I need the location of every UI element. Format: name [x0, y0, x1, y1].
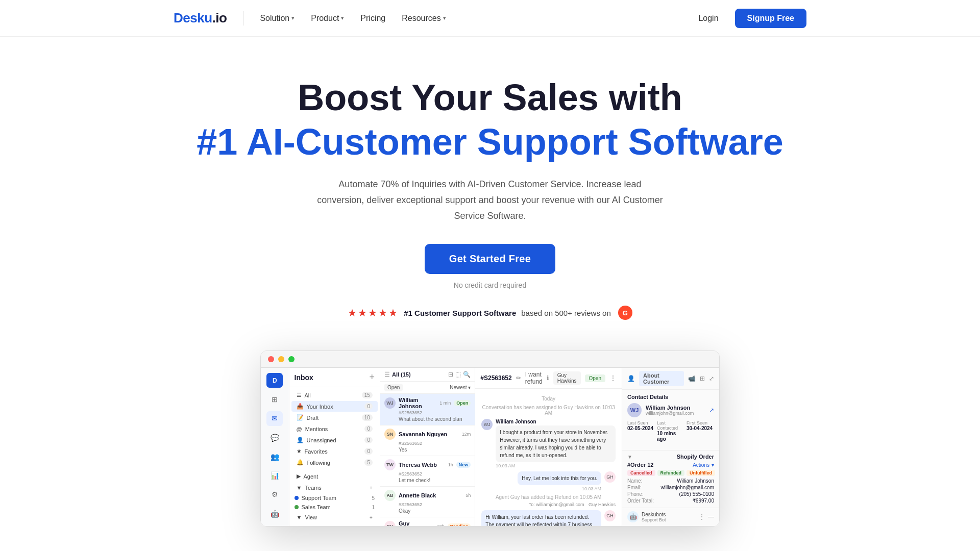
filter-row: ☰ All (15): [384, 371, 411, 378]
add-icon[interactable]: +: [369, 372, 375, 383]
sidebar-icon-bot[interactable]: 🤖: [266, 506, 283, 521]
ticket-item-3[interactable]: AB Annette Black 5h #S2563652 Okay: [380, 487, 475, 517]
bot-minimize-icon[interactable]: —: [708, 513, 714, 520]
ticket-avatar-2: TW: [384, 459, 396, 470]
hero-subtitle: Automate 70% of Inquiries with AI-Driven…: [316, 177, 664, 223]
order-detail-total: Order Total: ₹6997.00: [627, 498, 714, 504]
nav-all[interactable]: ☰ All 15: [291, 390, 378, 400]
chat-system-assign: Conversation has been assigned to Guy Ha…: [481, 405, 616, 416]
team-support[interactable]: Support Team 5: [289, 493, 380, 503]
ticket-item-1[interactable]: SN Savannah Nguyen 12m #S2563652 Yes: [380, 425, 475, 456]
nav-unassigned[interactable]: 👤 Unassigned 0: [291, 435, 378, 445]
nav-divider: [243, 11, 243, 26]
first-seen-value: 30-04-2024: [687, 425, 714, 431]
order-id: #Order 12: [627, 462, 653, 468]
team-sales[interactable]: Sales Team 1: [289, 503, 380, 512]
contact-row: WJ William Johnson williamjohn@gmail.com…: [627, 403, 714, 417]
agent-chevron-icon: ▶: [297, 473, 301, 480]
expand-icon[interactable]: ⤢: [709, 375, 714, 382]
sidebar-icon-settings[interactable]: ⚙: [266, 487, 283, 502]
filter-sort-row: Open Newest ▾: [380, 382, 475, 394]
chevron-down-icon: ▾: [443, 15, 446, 21]
nav-draft[interactable]: 📝 Draft 10: [291, 412, 378, 423]
open-filter-button[interactable]: Open: [384, 384, 403, 391]
shopify-chevron-icon: ▼: [627, 454, 632, 460]
contact-title: Contact Details: [627, 394, 714, 400]
favorites-icon: ★: [297, 448, 302, 455]
chat-message-0: WJ William Johnson I bought a product fr…: [481, 419, 616, 468]
sidebar-icon-users[interactable]: 👥: [266, 449, 283, 464]
last-contacted-label: Last Contacted: [657, 420, 684, 431]
sidebar-icon-chat[interactable]: 💬: [266, 430, 283, 445]
login-button[interactable]: Login: [690, 10, 726, 27]
nav-view[interactable]: ▼ View +: [291, 512, 378, 522]
ticket-item-4[interactable]: GH Guy Hawkins 10h Pending #S2563652: [380, 517, 475, 527]
ticket-avatar-1: SN: [384, 429, 396, 440]
ticket-badge-2: New: [456, 462, 471, 468]
view-chevron-icon: ▼: [297, 514, 302, 520]
nav-pricing[interactable]: Pricing: [360, 14, 385, 23]
view-add-icon[interactable]: +: [370, 515, 373, 520]
teams-add-icon[interactable]: +: [370, 485, 373, 491]
filter-icon[interactable]: ⊟: [448, 371, 453, 378]
signup-button[interactable]: Signup Free: [735, 9, 806, 28]
app-layout: D ⊞ ✉ 💬 👥 📊 ⚙ 🤖 Inbox + ☰: [261, 368, 719, 526]
nav-mentions[interactable]: @ Mentions 0: [291, 423, 378, 434]
review-suffix: based on 500+ reviews on: [521, 309, 611, 317]
contact-avatar: WJ: [627, 403, 642, 417]
sidebar-icon-grid[interactable]: ⊞: [266, 392, 283, 407]
bot-sub: Support Bot: [642, 517, 666, 522]
browser-dot-red: [268, 356, 274, 362]
nav-resources[interactable]: Resources ▾: [402, 14, 446, 23]
chat-system-tag: Agent Guy has added tag Refund on 10:05 …: [481, 494, 616, 500]
nav-following[interactable]: 🔔 Following 5: [291, 457, 378, 468]
search-icon[interactable]: 🔍: [463, 371, 471, 378]
contact-section: Contact Details WJ William Johnson willi…: [622, 390, 719, 450]
nav-your-inbox[interactable]: 📥 Your Inbox 0: [291, 401, 378, 412]
edit-icon[interactable]: ✏: [516, 374, 521, 382]
order-details: Name: William Johnson Email: williamjohn…: [627, 478, 714, 504]
logo[interactable]: Desku.io: [174, 10, 227, 26]
ticket-list-panel: ☰ All (15) ⊟ ⬚ 🔍 Open Newest ▾: [380, 368, 475, 526]
nav-all-chats[interactable]: For All Chats: [291, 523, 378, 527]
bot-more-icon[interactable]: ⋮: [699, 513, 705, 520]
order-badges: Cancelled Refunded Unfulfilled: [627, 470, 714, 476]
bot-row: 🤖 Deskubots Support Bot ⋮ —: [622, 508, 719, 525]
actions-button[interactable]: Actions: [693, 462, 709, 468]
order-section-title: Shopify Order: [677, 454, 714, 460]
sidebar-icon-logo[interactable]: D: [266, 373, 283, 388]
grid-icon[interactable]: ⬚: [455, 371, 461, 378]
ticket-badge-0: Open: [454, 400, 471, 406]
hero-section: Boost Your Sales with #1 AI-Customer Sup…: [0, 37, 980, 340]
about-customer-tab[interactable]: About Customer: [639, 371, 684, 386]
badge-refunded: Refunded: [657, 470, 685, 476]
review-row: ★★★★★ #1 Customer Support Software based…: [348, 306, 632, 320]
nav-teams[interactable]: ▼ Teams +: [291, 483, 378, 493]
sidebar-icon-reports[interactable]: 📊: [266, 468, 283, 483]
sidebar-icon-inbox[interactable]: ✉: [266, 411, 283, 426]
list-icon: ☰: [384, 371, 390, 378]
external-link-icon[interactable]: ↗: [709, 407, 714, 414]
nav-favorites[interactable]: ★ Favorites 0: [291, 446, 378, 457]
more-icon[interactable]: ⋮: [609, 374, 617, 382]
nav-agent[interactable]: ▶ Agent: [291, 471, 378, 482]
ticket-item-2[interactable]: TW Theresa Webb 1h New #S2563652 Let me …: [380, 456, 475, 487]
nav-product[interactable]: Product ▾: [311, 14, 344, 23]
star-rating: ★★★★★: [348, 307, 399, 319]
draft-icon: 📝: [297, 414, 304, 421]
order-header: ▼ Shopify Order: [627, 454, 714, 460]
ticket-badge-4: Pending: [448, 523, 471, 527]
right-panel: 👤 About Customer 📹 ⊞ ⤢ Contact Details W…: [622, 368, 719, 526]
nav-solution[interactable]: Solution ▾: [260, 14, 295, 23]
chat-body: Today Conversation has been assigned to …: [475, 389, 622, 526]
grid-view-icon[interactable]: ⊞: [700, 375, 705, 382]
chevron-down-icon: ▾: [341, 15, 344, 21]
sort-button[interactable]: Newest ▾: [450, 385, 471, 390]
browser-mockup: D ⊞ ✉ 💬 👥 📊 ⚙ 🤖 Inbox + ☰: [260, 350, 720, 527]
get-started-button[interactable]: Get Started Free: [425, 244, 555, 274]
video-icon[interactable]: 📹: [688, 375, 696, 382]
info-icon[interactable]: ℹ: [547, 374, 549, 382]
badge-unfulfilled: Unfulfilled: [687, 470, 715, 476]
browser-dot-green: [288, 356, 295, 362]
ticket-item-0[interactable]: WJ William Johnson 1 min Open #S2563652 …: [380, 394, 475, 425]
